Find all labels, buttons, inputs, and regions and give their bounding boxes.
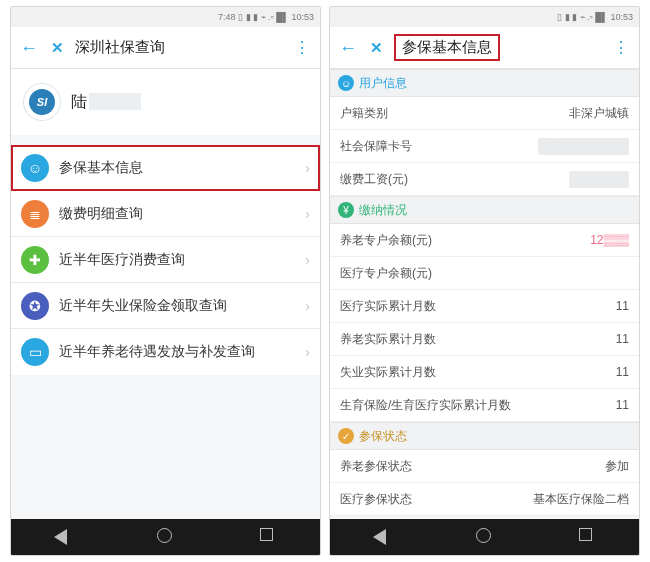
social-insurance-icon: SI: [29, 89, 55, 115]
kv-list: 养老参保状态参加医疗参保状态基本医疗保险二档: [330, 450, 639, 516]
android-navbar: [330, 519, 639, 555]
kv-value: 基本医疗保险二档: [533, 491, 629, 508]
nav-recent[interactable]: [579, 528, 597, 546]
chevron-right-icon: ›: [305, 160, 310, 176]
profile-card[interactable]: SI 陆: [11, 69, 320, 135]
more-button[interactable]: ⋮: [288, 38, 314, 57]
circle-home-icon: [476, 528, 491, 543]
kv-key: 医疗参保状态: [340, 491, 412, 508]
nav-back[interactable]: [54, 528, 72, 546]
nav-home[interactable]: [157, 528, 175, 546]
triangle-back-icon: [373, 529, 386, 545]
circle-home-icon: [157, 528, 172, 543]
kv-key: 生育保险/生育医疗实际累计月数: [340, 397, 511, 414]
section-header: ✓参保状态: [330, 422, 639, 450]
user-name: 陆: [71, 92, 141, 113]
app-header: ← ✕ 参保基本信息 ⋮: [330, 27, 639, 69]
menu-item-label: 参保基本信息: [59, 159, 305, 177]
menu-item[interactable]: ✪近半年失业保险金领取查询›: [11, 283, 320, 329]
kv-value: 参加: [605, 458, 629, 475]
kv-key: 养老实际累计月数: [340, 331, 436, 348]
kv-key: 社会保障卡号: [340, 138, 412, 155]
android-navbar: [11, 519, 320, 555]
kv-key: 失业实际累计月数: [340, 364, 436, 381]
kv-row: 养老实际累计月数11: [330, 323, 639, 356]
section-header: ☺用户信息: [330, 69, 639, 97]
status-bar: 7:48 ▯ ▮ ▮ ⌁ .▫ █▌ 10:53: [11, 7, 320, 27]
nav-back[interactable]: [373, 528, 391, 546]
section-user: ☺用户信息户籍类别非深户城镇社会保障卡号6 缴费工资(元): [330, 69, 639, 196]
kv-row: 养老参保状态参加: [330, 450, 639, 483]
menu-list: ☺参保基本信息›≣缴费明细查询›✚近半年医疗消费查询›✪近半年失业保险金领取查询…: [11, 145, 320, 375]
nav-home[interactable]: [476, 528, 494, 546]
menu-item-label: 近半年养老待遇发放与补发查询: [59, 343, 305, 361]
app-header: ← ✕ 深圳社保查询 ⋮: [11, 27, 320, 69]
more-vertical-icon: ⋮: [613, 39, 627, 56]
kv-value: 6: [538, 138, 629, 155]
kv-row: 养老专户余额(元)12▒▒▒: [330, 224, 639, 257]
page-title: 深圳社保查询: [71, 38, 288, 57]
list-icon: ≣: [21, 200, 49, 228]
section-header: ¥缴纳情况: [330, 196, 639, 224]
title-highlight: 参保基本信息: [394, 34, 500, 61]
kv-value: 11: [616, 398, 629, 412]
name-prefix: 陆: [71, 93, 87, 110]
close-button[interactable]: ✕: [43, 40, 71, 55]
kv-list: 养老专户余额(元)12▒▒▒医疗专户余额(元)医疗实际累计月数11养老实际累计月…: [330, 224, 639, 422]
status-text: ▯ ▮ ▮ ⌁ .▫ █▌ 10:53: [557, 12, 633, 22]
menu-item[interactable]: ☺参保基本信息›: [11, 145, 320, 191]
menu-item[interactable]: ✚近半年医疗消费查询›: [11, 237, 320, 283]
phone-left: 7:48 ▯ ▮ ▮ ⌁ .▫ █▌ 10:53 ← ✕ 深圳社保查询 ⋮ SI…: [10, 6, 321, 556]
chevron-right-icon: ›: [305, 298, 310, 314]
kv-value: [569, 171, 629, 188]
smile-icon: ☺: [21, 154, 49, 182]
kv-value: 11: [616, 365, 629, 379]
kv-row: 户籍类别非深户城镇: [330, 97, 639, 130]
phone-right: ▯ ▮ ▮ ⌁ .▫ █▌ 10:53 ← ✕ 参保基本信息 ⋮ ☺用户信息户籍…: [329, 6, 640, 556]
kv-row: 医疗专户余额(元): [330, 257, 639, 290]
more-vertical-icon: ⋮: [294, 39, 308, 56]
back-button[interactable]: ←: [15, 39, 43, 57]
arrow-left-icon: ←: [339, 38, 357, 58]
section-icon: ☺: [338, 75, 354, 91]
kv-key: 养老专户余额(元): [340, 232, 432, 249]
section-label: 用户信息: [359, 76, 407, 91]
name-masked: [89, 93, 141, 110]
menu-item-label: 缴费明细查询: [59, 205, 305, 223]
kv-value: 非深户城镇: [569, 105, 629, 122]
section-pay: ¥缴纳情况养老专户余额(元)12▒▒▒医疗专户余额(元)医疗实际累计月数11养老…: [330, 196, 639, 422]
menu-item-label: 近半年医疗消费查询: [59, 251, 305, 269]
card-icon: ▭: [21, 338, 49, 366]
menu-item[interactable]: ▭近半年养老待遇发放与补发查询›: [11, 329, 320, 375]
content: SI 陆 ☺参保基本信息›≣缴费明细查询›✚近半年医疗消费查询›✪近半年失业保险…: [11, 69, 320, 519]
back-button[interactable]: ←: [334, 39, 362, 57]
kv-row: 医疗参保状态基本医疗保险二档: [330, 483, 639, 516]
close-icon: ✕: [370, 39, 383, 56]
section-label: 缴纳情况: [359, 203, 407, 218]
kv-row: 缴费工资(元): [330, 163, 639, 196]
kv-key: 养老参保状态: [340, 458, 412, 475]
kv-list: 户籍类别非深户城镇社会保障卡号6 缴费工资(元): [330, 97, 639, 196]
shield-icon: ✪: [21, 292, 49, 320]
arrow-left-icon: ←: [20, 38, 38, 58]
kv-value: 11: [616, 299, 629, 313]
close-button[interactable]: ✕: [362, 40, 390, 55]
menu-item-label: 近半年失业保险金领取查询: [59, 297, 305, 315]
section-icon: ¥: [338, 202, 354, 218]
nav-recent[interactable]: [260, 528, 278, 546]
menu-item[interactable]: ≣缴费明细查询›: [11, 191, 320, 237]
status-bar: ▯ ▮ ▮ ⌁ .▫ █▌ 10:53: [330, 7, 639, 27]
avatar: SI: [23, 83, 61, 121]
status-text: 7:48 ▯ ▮ ▮ ⌁ .▫ █▌ 10:53: [218, 12, 314, 22]
section-status: ✓参保状态养老参保状态参加医疗参保状态基本医疗保险二档: [330, 422, 639, 516]
kv-key: 医疗实际累计月数: [340, 298, 436, 315]
section-icon: ✓: [338, 428, 354, 444]
more-button[interactable]: ⋮: [607, 38, 633, 57]
page-title: 参保基本信息: [390, 34, 607, 61]
kv-key: 医疗专户余额(元): [340, 265, 432, 282]
kv-value: 11: [616, 332, 629, 346]
content: ☺用户信息户籍类别非深户城镇社会保障卡号6 缴费工资(元) ¥缴纳情况养老专户余…: [330, 69, 639, 519]
kv-row: 生育保险/生育医疗实际累计月数11: [330, 389, 639, 422]
heart-icon: ✚: [21, 246, 49, 274]
chevron-right-icon: ›: [305, 344, 310, 360]
